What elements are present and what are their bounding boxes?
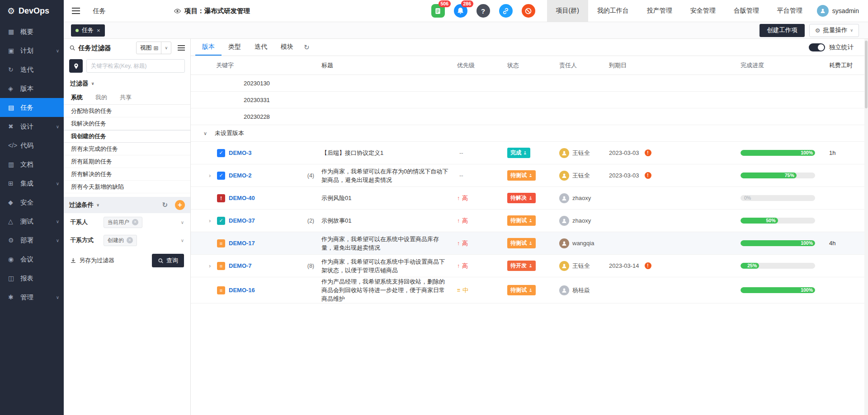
chevron-down-icon[interactable]: ∨ xyxy=(96,203,99,207)
task-key-link[interactable]: DEMO-37 xyxy=(229,217,255,224)
bell-icon[interactable]: 286 xyxy=(454,4,467,18)
top-nav-item[interactable]: 项目(群) xyxy=(547,0,588,22)
task-key-link[interactable]: DEMO-2 xyxy=(229,172,252,179)
column-header-title[interactable]: 标题 xyxy=(321,61,457,70)
filters-section-header[interactable]: 过滤器 ∨ xyxy=(64,77,190,90)
expand-chevron-icon[interactable]: › xyxy=(209,262,217,269)
version-group-row[interactable]: 20230228 xyxy=(191,108,864,125)
remove-icon[interactable] xyxy=(127,237,133,243)
task-title[interactable]: 示例故事01 xyxy=(321,216,457,225)
column-header-status[interactable]: 状态 xyxy=(507,61,559,70)
status-badge[interactable]: 待解决 xyxy=(507,193,536,203)
column-header-key[interactable]: 关键字 xyxy=(191,61,321,70)
assignee-cell[interactable]: zhaoxy xyxy=(559,193,609,203)
task-key-link[interactable]: DEMO-3 xyxy=(229,149,252,156)
task-key-link[interactable]: DEMO-16 xyxy=(229,287,255,294)
group-chevron-icon[interactable]: ∨ xyxy=(203,131,211,136)
version-group-row[interactable]: 20230331 xyxy=(191,92,864,108)
assignee-cell[interactable]: 杨桂焱 xyxy=(559,285,609,295)
version-group-row[interactable]: 20230130 xyxy=(191,75,864,92)
filter-scope-tab[interactable]: 共享 xyxy=(120,90,132,104)
scrollbar-thumb[interactable] xyxy=(865,41,868,108)
chevron-down-icon[interactable]: ∨ xyxy=(161,46,171,50)
task-title[interactable]: 【后端】接口协议定义1 xyxy=(321,149,457,157)
assignee-cell[interactable]: zhaoxy xyxy=(559,216,609,226)
status-badge[interactable]: 待开发 xyxy=(507,261,536,271)
task-row[interactable]: ! DEMO-40 示例风险01 ↑ 高 待解决 zhaoxy ! xyxy=(191,187,864,210)
saved-filter-item[interactable]: 我创建的任务 xyxy=(64,130,190,143)
sidebar-item[interactable]: △ 测试 ∨ xyxy=(0,212,64,231)
keyword-search-input[interactable] xyxy=(86,59,185,73)
vertical-scrollbar[interactable] xyxy=(864,39,868,415)
remove-icon[interactable] xyxy=(132,219,138,225)
refresh-icon[interactable]: ↻ xyxy=(162,201,168,209)
group-by-tab[interactable]: 类型 xyxy=(222,39,248,56)
sidebar-item[interactable]: ◉ 会议 xyxy=(0,250,64,269)
task-row[interactable]: ≡ DEMO-17 作为商家，我希望可以在系统中设置商品库存量，避免出现超卖情况… xyxy=(191,232,864,255)
user-menu[interactable]: sysadmin xyxy=(811,5,868,17)
save-filter-link[interactable]: 另存为过滤器 xyxy=(70,256,114,265)
top-nav-item[interactable]: 平台管理 xyxy=(768,0,811,22)
task-title[interactable]: 示例风险01 xyxy=(321,194,457,202)
chevron-down-icon[interactable]: ∨ xyxy=(181,220,184,225)
status-badge[interactable]: 完成 xyxy=(507,148,530,158)
sidebar-item[interactable]: ▦ 概要 xyxy=(0,22,64,41)
column-header-assignee[interactable]: 责任人 xyxy=(559,61,609,70)
view-selector-button[interactable]: 视图 ⊞ ∨ xyxy=(136,42,172,54)
task-row[interactable]: ≡ DEMO-16 作为产品经理，我希望系统支持回收站，删除的商品会到回收站等待… xyxy=(191,277,864,303)
task-row[interactable]: ✓ DEMO-3 【后端】接口协议定义1 -- 完成 王钰全 2023-03-0… xyxy=(191,142,864,164)
project-selector[interactable]: 项目：瀑布式研发管理 xyxy=(174,7,250,15)
group-by-tab[interactable]: 模块 xyxy=(274,39,300,56)
column-header-priority[interactable]: 优先级 xyxy=(457,61,507,70)
top-nav-item[interactable]: 合版管理 xyxy=(725,0,768,22)
status-badge[interactable]: 待测试 xyxy=(507,215,536,226)
assignee-cell[interactable]: wangqia xyxy=(559,238,609,248)
group-by-tab[interactable]: 版本 xyxy=(195,39,222,56)
task-title[interactable]: 作为商家，我希望可以在系统中设置商品库存量，避免出现超卖情况 xyxy=(321,235,457,252)
task-key-link[interactable]: DEMO-40 xyxy=(229,195,255,201)
status-badge[interactable]: 待测试 xyxy=(507,285,536,295)
help-icon[interactable]: ? xyxy=(476,4,490,18)
status-badge[interactable]: 待测试 xyxy=(507,170,536,181)
saved-filter-item[interactable]: 我解决的任务 xyxy=(64,117,190,130)
saved-filter-item[interactable]: 所有延期的任务 xyxy=(64,155,190,168)
document-notification-icon[interactable]: 506 xyxy=(431,4,445,18)
sidebar-item[interactable]: ↻ 迭代 xyxy=(0,60,64,79)
sidebar-item[interactable]: ▥ 文档 xyxy=(0,155,64,174)
panel-menu-icon[interactable] xyxy=(178,45,185,51)
forbidden-icon[interactable] xyxy=(522,4,535,18)
link-icon[interactable] xyxy=(499,4,513,18)
location-pin-button[interactable] xyxy=(69,59,83,73)
task-row[interactable]: › ≡ DEMO-7 (8) 作为商家，我希望可以在系统中手动设置商品下架状态，… xyxy=(191,255,864,277)
saved-filter-item[interactable]: 所有未完成的任务 xyxy=(64,143,190,155)
saved-filter-item[interactable]: 所有今天新增的缺陷 xyxy=(64,181,190,193)
top-nav-item[interactable]: 投产管理 xyxy=(638,0,681,22)
expand-chevron-icon[interactable]: › xyxy=(209,172,217,179)
open-tab-task[interactable]: 任务 xyxy=(71,24,105,37)
task-row[interactable]: › ✓ DEMO-37 (2) 示例故事01 ↑ 高 待测试 zhaoxy ! xyxy=(191,210,864,232)
sidebar-item[interactable]: ▤ 任务 xyxy=(0,98,64,117)
filter-scope-tab[interactable]: 系统 xyxy=(71,90,83,104)
sidebar-item[interactable]: ✱ 管理 ∨ xyxy=(0,288,64,307)
column-header-progress[interactable]: 完成进度 xyxy=(741,61,829,70)
create-workitem-button[interactable]: 创建工作项 xyxy=(760,24,805,37)
version-group-row[interactable]: ∨ 未设置版本 xyxy=(191,125,864,142)
refresh-icon[interactable]: ↻ xyxy=(304,43,310,51)
batch-actions-button[interactable]: ⚙ 批量操作 ∨ xyxy=(809,24,859,37)
close-icon[interactable] xyxy=(97,27,100,34)
expand-chevron-icon[interactable]: › xyxy=(209,217,217,224)
sidebar-item[interactable]: </> 代码 xyxy=(0,136,64,155)
query-button[interactable]: 查询 xyxy=(152,254,184,267)
group-by-tab[interactable]: 迭代 xyxy=(248,39,274,56)
column-header-due[interactable]: 到期日 xyxy=(609,61,741,70)
sidebar-item[interactable]: ◆ 安全 xyxy=(0,193,64,212)
condition-value-tag[interactable]: 当前用户 xyxy=(104,217,142,228)
task-key-link[interactable]: DEMO-7 xyxy=(229,262,252,269)
top-nav-item[interactable]: 安全管理 xyxy=(681,0,725,22)
saved-filter-item[interactable]: 分配给我的任务 xyxy=(64,105,190,117)
sidebar-item[interactable]: ✖ 设计 ∨ xyxy=(0,117,64,136)
assignee-cell[interactable]: 王钰全 xyxy=(559,171,609,181)
assignee-cell[interactable]: 王钰全 xyxy=(559,148,609,158)
sidebar-item[interactable]: ◫ 报表 xyxy=(0,269,64,288)
status-badge[interactable]: 待测试 xyxy=(507,238,536,248)
